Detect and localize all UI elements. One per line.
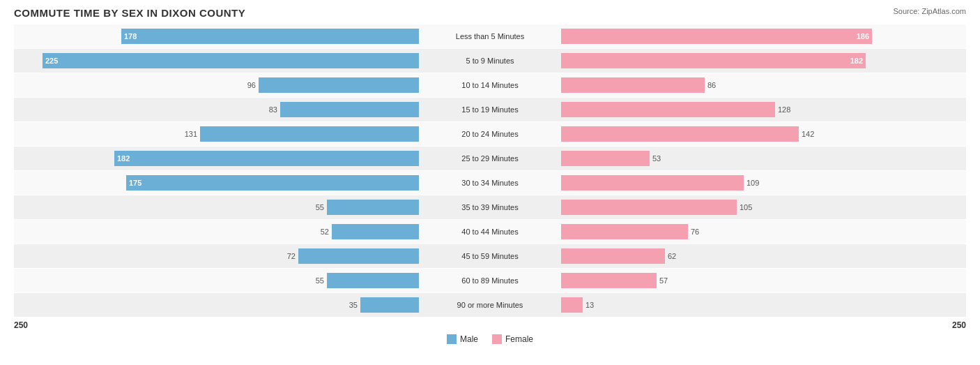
row-label: Less than 5 Minutes xyxy=(420,32,560,40)
row-label: 35 to 39 Minutes xyxy=(420,203,560,211)
chart-container: COMMUTE TIME BY SEX IN DIXON COUNTY Sour… xyxy=(0,0,980,365)
rows-container: 178Less than 5 Minutes1862255 to 9 Minut… xyxy=(14,24,966,318)
bar-male: 178 xyxy=(121,29,419,44)
bar-right-area: 186 xyxy=(560,24,966,48)
bar-female-label-outside: 86 xyxy=(707,81,716,89)
bar-male xyxy=(259,77,419,93)
row-label: 45 to 59 Minutes xyxy=(420,252,560,260)
bar-male xyxy=(200,126,419,142)
bar-male xyxy=(332,224,419,239)
axis-left: 250 xyxy=(14,320,422,330)
bar-female-label-outside: 13 xyxy=(585,301,594,309)
bar-female-label-outside: 105 xyxy=(740,203,752,211)
bar-left-area: 35 xyxy=(14,293,420,317)
bar-left-area: 182 xyxy=(14,147,420,170)
bar-female-label-outside: 128 xyxy=(778,105,790,114)
axis-row: 250 250 xyxy=(14,320,966,330)
bar-female-label-outside: 109 xyxy=(747,179,759,187)
legend-female-box xyxy=(492,334,502,344)
bar-male-label-outside: 52 xyxy=(321,228,329,236)
bar-right-area: 62 xyxy=(560,244,966,268)
bar-female-label-outside: 76 xyxy=(691,228,699,236)
bar-female xyxy=(561,126,799,142)
bar-female-label-outside: 53 xyxy=(652,154,661,163)
bar-female xyxy=(561,248,665,264)
bar-right-area: 105 xyxy=(560,195,966,219)
legend-male-label: Male xyxy=(460,334,478,344)
table-row: 17530 to 34 Minutes109 xyxy=(14,171,966,195)
source-text: Source: ZipAtlas.com xyxy=(893,7,966,15)
legend-male-box xyxy=(447,334,457,344)
bar-female: 182 xyxy=(561,53,866,68)
axis-label-right: 250 xyxy=(952,320,966,330)
bar-right-area: 76 xyxy=(560,220,966,244)
bar-female: 186 xyxy=(561,29,872,44)
bar-right-area: 109 xyxy=(560,171,966,195)
bar-left-area: 225 xyxy=(14,49,420,73)
table-row: 13120 to 24 Minutes142 xyxy=(14,122,966,146)
bar-female xyxy=(561,297,583,313)
bar-male xyxy=(327,273,419,288)
bar-male-label: 182 xyxy=(117,154,130,163)
bar-male-label-outside: 35 xyxy=(349,301,358,309)
bar-right-area: 57 xyxy=(560,269,966,292)
bar-male-label-outside: 55 xyxy=(316,276,324,285)
bar-male: 225 xyxy=(43,53,419,68)
bar-left-area: 178 xyxy=(14,24,420,48)
bar-female xyxy=(561,151,650,166)
bar-female-label: 186 xyxy=(857,32,869,40)
bar-male xyxy=(280,102,419,117)
axis-label-left: 250 xyxy=(14,320,28,330)
bar-left-area: 131 xyxy=(14,122,420,146)
bar-male xyxy=(360,297,419,313)
bar-male: 175 xyxy=(126,175,419,191)
bar-female-label-outside: 62 xyxy=(668,252,676,260)
bar-right-area: 182 xyxy=(560,49,966,73)
bar-male-label: 178 xyxy=(124,32,137,40)
bar-left-area: 55 xyxy=(14,195,420,219)
row-label: 10 to 14 Minutes xyxy=(420,81,560,89)
bar-female xyxy=(561,200,737,215)
bar-male: 182 xyxy=(114,151,419,166)
legend-male: Male xyxy=(447,334,478,344)
bar-male xyxy=(298,248,419,264)
bar-female-label: 182 xyxy=(850,57,863,65)
bar-male-label: 175 xyxy=(129,179,141,187)
bar-left-area: 55 xyxy=(14,269,420,292)
table-row: 5240 to 44 Minutes76 xyxy=(14,220,966,244)
legend: Male Female xyxy=(14,334,966,344)
bar-male-label-outside: 72 xyxy=(287,252,296,260)
legend-female: Female xyxy=(492,334,533,344)
row-label: 15 to 19 Minutes xyxy=(420,105,560,114)
row-label: 30 to 34 Minutes xyxy=(420,179,560,187)
bar-female-label-outside: 142 xyxy=(802,130,814,138)
bar-female xyxy=(561,224,688,239)
row-label: 20 to 24 Minutes xyxy=(420,130,560,138)
row-label: 90 or more Minutes xyxy=(420,301,560,309)
table-row: 178Less than 5 Minutes186 xyxy=(14,24,966,48)
bar-male-label: 225 xyxy=(45,57,58,65)
bar-left-area: 83 xyxy=(14,98,420,121)
bar-male-label-outside: 83 xyxy=(269,105,277,114)
table-row: 5535 to 39 Minutes105 xyxy=(14,195,966,219)
bar-female xyxy=(561,273,657,288)
bar-right-area: 86 xyxy=(560,73,966,97)
bar-male-label-outside: 96 xyxy=(247,81,256,89)
bar-female xyxy=(561,77,705,93)
bar-right-area: 128 xyxy=(560,98,966,121)
axis-right: 250 xyxy=(558,320,966,330)
table-row: 3590 or more Minutes13 xyxy=(14,293,966,317)
legend-female-label: Female xyxy=(505,334,533,344)
bar-left-area: 72 xyxy=(14,244,420,268)
bar-male-label-outside: 131 xyxy=(185,130,197,138)
row-label: 60 to 89 Minutes xyxy=(420,276,560,285)
bar-left-area: 52 xyxy=(14,220,420,244)
table-row: 5560 to 89 Minutes57 xyxy=(14,269,966,292)
table-row: 18225 to 29 Minutes53 xyxy=(14,147,966,170)
main-content: 178Less than 5 Minutes1862255 to 9 Minut… xyxy=(14,24,966,341)
bar-female xyxy=(561,102,775,117)
table-row: 7245 to 59 Minutes62 xyxy=(14,244,966,268)
row-label: 40 to 44 Minutes xyxy=(420,228,560,236)
bar-female xyxy=(561,175,744,191)
chart-title: COMMUTE TIME BY SEX IN DIXON COUNTY xyxy=(14,7,966,19)
